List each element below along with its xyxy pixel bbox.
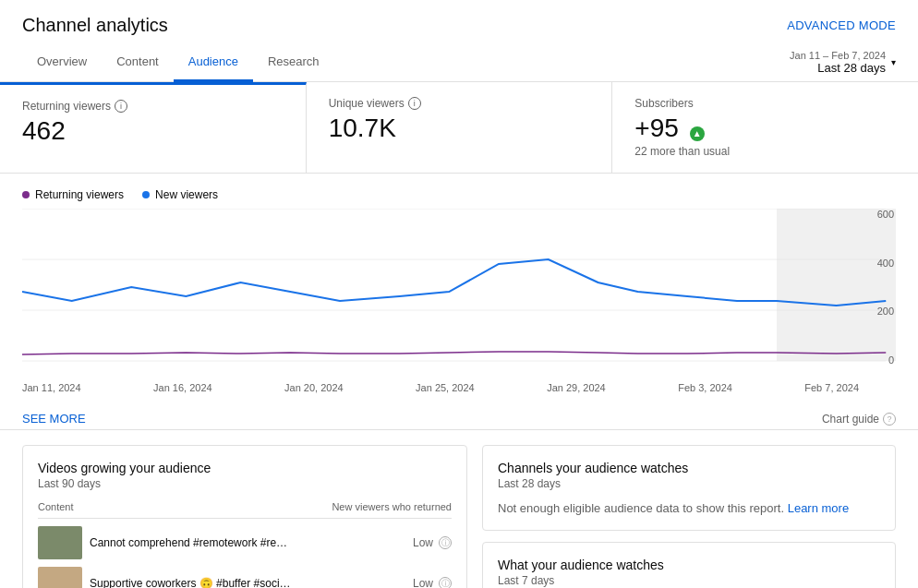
metric-subscribers: Subscribers +95 ▲ 22 more than usual xyxy=(612,82,918,173)
subscribers-value: +95 ▲ xyxy=(634,114,896,143)
y-label-600: 600 xyxy=(877,209,894,220)
y-label-400: 400 xyxy=(877,258,894,269)
chart-guide-info-icon: ? xyxy=(883,413,896,426)
tab-content[interactable]: Content xyxy=(102,43,174,82)
video-list-header: Content New viewers who returned xyxy=(38,501,452,519)
y-label-0: 0 xyxy=(877,354,894,366)
legend-returning-viewers: Returning viewers xyxy=(22,188,124,201)
chart-x-labels: Jan 11, 2024 Jan 16, 2024 Jan 20, 2024 J… xyxy=(22,382,896,393)
col-viewers-label: New viewers who returned xyxy=(332,501,452,512)
channels-section: Channels your audience watches Last 28 d… xyxy=(482,445,896,531)
unique-viewers-value: 10.7K xyxy=(329,114,590,143)
chart-y-labels: 600 400 200 0 xyxy=(877,209,894,366)
subscribers-sub: 22 more than usual xyxy=(634,145,896,158)
returning-viewers-dot xyxy=(22,191,30,198)
tab-research[interactable]: Research xyxy=(253,43,334,82)
what-section: What your audience watches Last 7 days N… xyxy=(482,542,896,588)
x-label-feb3: Feb 3, 2024 xyxy=(678,382,732,393)
chart-legend: Returning viewers New viewers xyxy=(22,188,896,201)
video-badge-2: Low xyxy=(413,577,433,588)
video-info-icon-1[interactable]: ⓘ xyxy=(439,536,452,549)
y-label-200: 200 xyxy=(877,306,894,317)
right-panels: Channels your audience watches Last 28 d… xyxy=(482,445,896,588)
channels-learn-more[interactable]: Learn more xyxy=(788,501,849,515)
x-label-feb7: Feb 7, 2024 xyxy=(804,382,859,393)
x-label-jan16: Jan 16, 2024 xyxy=(153,382,212,393)
date-range-label: Last 28 days xyxy=(790,61,886,75)
video-title-1: Cannot comprehend #remotework #remote #r… xyxy=(90,536,293,549)
x-label-jan20: Jan 20, 2024 xyxy=(284,382,344,393)
subscribers-label: Subscribers xyxy=(634,97,693,110)
video-title-2: Supportive coworkers 🙃 #buffer #socialme… xyxy=(90,577,293,588)
tab-bar: Overview Content Audience Research xyxy=(22,43,334,81)
unique-viewers-info-icon[interactable]: i xyxy=(408,97,421,110)
x-label-jan29: Jan 29, 2024 xyxy=(547,382,606,393)
what-title: What your audience watches xyxy=(498,558,880,572)
channels-not-enough: Not enough eligible audience data to sho… xyxy=(498,501,880,515)
videos-section-subtitle: Last 90 days xyxy=(38,477,452,490)
channels-subtitle: Last 28 days xyxy=(498,477,880,490)
chevron-down-icon: ▾ xyxy=(891,57,896,67)
date-range-subtitle: Jan 11 – Feb 7, 2024 xyxy=(790,50,886,61)
video-info-icon-2[interactable]: ⓘ xyxy=(439,577,452,588)
chart-svg xyxy=(22,209,896,375)
new-viewers-dot xyxy=(142,191,150,198)
video-thumb-1 xyxy=(38,526,82,559)
video-row-2[interactable]: Supportive coworkers 🙃 #buffer #socialme… xyxy=(38,567,452,588)
col-content-label: Content xyxy=(38,501,74,512)
audience-chart: 600 400 200 0 xyxy=(22,209,896,375)
video-badge-1: Low xyxy=(413,536,433,549)
videos-growing-section: Videos growing your audience Last 90 day… xyxy=(22,445,467,588)
date-range-selector[interactable]: Jan 11 – Feb 7, 2024 Last 28 days ▾ xyxy=(790,50,896,75)
video-row-1[interactable]: Cannot comprehend #remotework #remote #r… xyxy=(38,526,452,559)
advanced-mode-button[interactable]: ADVANCED MODE xyxy=(787,18,896,32)
tab-audience[interactable]: Audience xyxy=(174,43,253,82)
x-label-jan25: Jan 25, 2024 xyxy=(416,382,475,393)
tab-overview[interactable]: Overview xyxy=(22,43,102,82)
video-thumb-2 xyxy=(38,567,82,588)
what-subtitle: Last 7 days xyxy=(498,574,880,587)
x-label-jan11: Jan 11, 2024 xyxy=(22,382,81,393)
channels-title: Channels your audience watches xyxy=(498,461,880,475)
chart-guide-button[interactable]: Chart guide ? xyxy=(822,413,896,426)
returning-viewers-label: Returning viewers xyxy=(22,100,111,113)
subscribers-up-badge: ▲ xyxy=(690,126,705,141)
metric-unique-viewers: Unique viewers i 10.7K xyxy=(307,82,613,173)
returning-viewers-info-icon[interactable]: i xyxy=(115,100,127,113)
unique-viewers-label: Unique viewers xyxy=(329,97,405,110)
legend-new-viewers: New viewers xyxy=(142,188,218,201)
page-title: Channel analytics xyxy=(22,15,168,36)
videos-section-title: Videos growing your audience xyxy=(38,461,452,475)
metric-returning-viewers: Returning viewers i 462 xyxy=(0,82,307,173)
chart-guide-label: Chart guide xyxy=(822,413,879,426)
see-more-button[interactable]: SEE MORE xyxy=(22,412,86,426)
returning-viewers-value: 462 xyxy=(22,116,284,146)
